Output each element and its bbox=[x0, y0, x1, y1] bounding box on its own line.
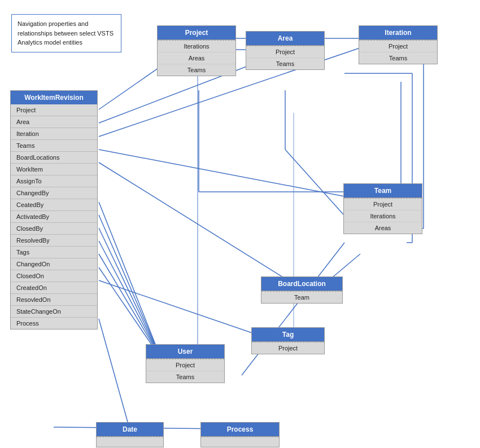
note-box: Navigation properties and relationships … bbox=[11, 14, 121, 52]
wir-row-resolvedby: ResolvedBy bbox=[11, 235, 97, 247]
svg-line-9 bbox=[99, 254, 161, 358]
user-row-teams: Teams bbox=[146, 371, 224, 383]
entity-boardlocation-header: BoardLocation bbox=[261, 277, 342, 291]
entity-iteration-body: Project Teams bbox=[359, 40, 437, 64]
entity-team-header: Team bbox=[344, 184, 422, 198]
team-row-areas: Areas bbox=[344, 222, 422, 234]
wir-row-changedon: ChangedOn bbox=[11, 258, 97, 270]
wir-row-process: Process bbox=[11, 318, 97, 329]
entity-iteration-header: Iteration bbox=[359, 26, 437, 40]
svg-line-3 bbox=[99, 150, 350, 197]
iteration-row-teams: Teams bbox=[359, 52, 437, 64]
note-text: Navigation properties and relationships … bbox=[18, 20, 114, 46]
entity-user-body: Project Teams bbox=[146, 359, 224, 383]
entity-date: Date bbox=[96, 422, 164, 447]
entity-user: User Project Teams bbox=[146, 344, 225, 383]
entity-date-body bbox=[97, 437, 163, 447]
entity-project-header: Project bbox=[158, 26, 235, 40]
entity-process-header: Process bbox=[201, 423, 279, 437]
entity-iteration: Iteration Project Teams bbox=[359, 25, 438, 64]
wir-row-area: Area bbox=[11, 116, 97, 128]
svg-line-4 bbox=[99, 162, 294, 284]
diagram-container: Navigation properties and relationships … bbox=[0, 0, 480, 448]
wir-row-tags: Tags bbox=[11, 247, 97, 258]
wir-row-iteration: Iteration bbox=[11, 128, 97, 140]
wir-row-teams: Teams bbox=[11, 140, 97, 152]
entity-tag-body: Project bbox=[252, 342, 324, 354]
entity-boardlocation: BoardLocation Team bbox=[261, 276, 343, 304]
user-row-project: Project bbox=[146, 359, 224, 371]
tag-row-project: Project bbox=[252, 342, 324, 354]
project-row-areas: Areas bbox=[158, 52, 235, 64]
wir-row-closedby: ClosedBy bbox=[11, 223, 97, 235]
area-row-teams: Teams bbox=[246, 58, 324, 69]
svg-line-7 bbox=[99, 228, 161, 358]
entity-tag: Tag Project bbox=[251, 327, 325, 354]
wir-row-closedon: ClosedOn bbox=[11, 270, 97, 282]
entity-workitemrevision: WorkItemRevision Project Area Iteration … bbox=[10, 90, 98, 330]
team-row-project: Project bbox=[344, 199, 422, 210]
project-row-teams: Teams bbox=[158, 64, 235, 76]
wir-row-statechangeon: StateChangeOn bbox=[11, 306, 97, 318]
wir-row-resovledon: ResovledOn bbox=[11, 294, 97, 306]
entity-boardlocation-body: Team bbox=[261, 291, 342, 303]
area-row-project: Project bbox=[246, 46, 324, 58]
project-row-iterations: Iterations bbox=[158, 41, 235, 52]
svg-line-30 bbox=[242, 243, 344, 375]
svg-line-5 bbox=[99, 202, 161, 358]
entity-process: Process bbox=[200, 422, 280, 447]
svg-line-19 bbox=[285, 150, 343, 214]
wir-row-workitem: WorkItem bbox=[11, 164, 97, 175]
svg-line-13 bbox=[99, 319, 130, 430]
entity-project: Project Iterations Areas Teams bbox=[157, 25, 236, 76]
entity-team-body: Project Iterations Areas bbox=[344, 198, 422, 234]
wir-row-ceatedby: CeatedBy bbox=[11, 199, 97, 211]
wir-row-boardlocations: BoardLocations bbox=[11, 152, 97, 164]
entity-team: Team Project Iterations Areas bbox=[343, 183, 422, 234]
wir-row-changedby: ChangedBy bbox=[11, 187, 97, 199]
team-row-iterations: Iterations bbox=[344, 210, 422, 222]
wir-row-activatedby: ActivatedBy bbox=[11, 211, 97, 223]
wir-row-project: Project bbox=[11, 104, 97, 116]
entity-area-body: Project Teams bbox=[246, 46, 324, 69]
entity-tag-header: Tag bbox=[252, 328, 324, 342]
boardlocation-row-team: Team bbox=[261, 292, 342, 303]
entity-date-header: Date bbox=[97, 423, 163, 437]
wir-row-assignto: AssignTo bbox=[11, 175, 97, 187]
iteration-row-project: Project bbox=[359, 41, 437, 52]
entity-user-header: User bbox=[146, 345, 224, 359]
entity-area: Area Project Teams bbox=[246, 31, 325, 70]
svg-line-6 bbox=[99, 215, 161, 358]
entity-area-header: Area bbox=[246, 32, 324, 46]
svg-line-8 bbox=[99, 241, 161, 358]
entity-workitemrevision-header: WorkItemRevision bbox=[11, 91, 97, 104]
entity-project-body: Iterations Areas Teams bbox=[158, 40, 235, 76]
wir-row-createdon: CreatedOn bbox=[11, 282, 97, 294]
entity-process-body bbox=[201, 437, 279, 447]
